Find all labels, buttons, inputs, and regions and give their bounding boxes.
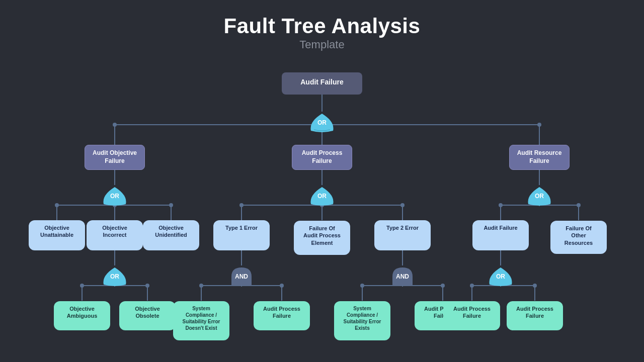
objective-obsolete-node: ObjectiveObsolete — [119, 301, 176, 331]
res-or-label: OR — [535, 193, 544, 200]
svg-point-55 — [280, 284, 284, 288]
page-title: Fault Tree Analysis — [0, 14, 644, 38]
objective-incorrect-node: ObjectiveIncorrect — [87, 220, 143, 250]
svg-point-56 — [360, 284, 364, 288]
root-label: Audit Failure — [300, 78, 344, 86]
type1-error-node: Type 1 Error — [213, 220, 270, 250]
svg-point-60 — [470, 284, 474, 288]
svg-point-61 — [533, 284, 537, 288]
objective-unattainable-node: ObjectiveUnattainable — [29, 220, 85, 250]
type2-error-node: Type 2 Error — [374, 220, 431, 250]
proc-or-gate: OR — [309, 185, 335, 207]
svg-point-48 — [169, 203, 173, 207]
objective-ambiguous-node: ObjectiveAmbiguous — [54, 301, 110, 331]
page-subtitle: Template — [0, 38, 644, 51]
tree-container: Audit Failure OR Audit ObjectiveFailure … — [0, 70, 644, 362]
audit-process-fail-and1-node: Audit ProcessFailure — [254, 301, 310, 331]
obj-or-label: OR — [110, 193, 119, 200]
proc-and1-gate: AND — [228, 265, 255, 288]
failure-other-resources-node: Failure OfOtherResources — [550, 220, 607, 254]
svg-point-45 — [537, 123, 541, 127]
obj2-or-label: OR — [110, 273, 119, 280]
audit-process-fail-res2-node: Audit ProcessFailure — [507, 301, 563, 331]
audit-objective-failure-node: Audit ObjectiveFailure — [85, 145, 145, 170]
audit-resource-failure-node: Audit ResourceFailure — [509, 145, 570, 170]
svg-point-54 — [199, 284, 203, 288]
proc-and2-gate: AND — [389, 265, 416, 288]
proc-or-label: OR — [317, 193, 327, 200]
root-or-gate: OR — [309, 112, 335, 134]
res-or-gate: OR — [526, 185, 552, 207]
objective-unidentified-node: ObjectiveUnidentified — [143, 220, 199, 250]
res-audit-failure-node: Audit Failure — [472, 220, 529, 250]
obj-or-gate: OR — [102, 185, 128, 207]
compliance-error-node: SystemCompliance /Suitability ErrorExist… — [334, 301, 390, 341]
obj2-or-gate: OR — [102, 265, 128, 288]
res2-or-gate: OR — [488, 265, 514, 288]
audit-process-failure-node: Audit ProcessFailure — [292, 145, 352, 170]
svg-point-43 — [113, 123, 117, 127]
proc-and1-label: AND — [235, 273, 248, 280]
root-node: Audit Failure — [282, 72, 362, 95]
svg-point-51 — [239, 203, 244, 207]
svg-point-46 — [55, 203, 59, 207]
proc-and2-label: AND — [396, 273, 409, 280]
compliance-no-error-node: SystemCompliance /Suitability ErrorDoesn… — [173, 301, 229, 341]
svg-point-53 — [400, 203, 405, 207]
failure-audit-process-element-node: Failure OfAudit ProcessElement — [294, 220, 350, 255]
svg-point-59 — [577, 203, 581, 207]
svg-point-58 — [499, 203, 503, 207]
svg-point-57 — [441, 284, 445, 288]
svg-point-49 — [80, 284, 84, 288]
root-or-label: OR — [317, 119, 327, 126]
svg-point-50 — [145, 284, 149, 288]
audit-process-fail-res1-node: Audit ProcessFailure — [444, 301, 500, 331]
res2-or-label: OR — [496, 273, 505, 280]
